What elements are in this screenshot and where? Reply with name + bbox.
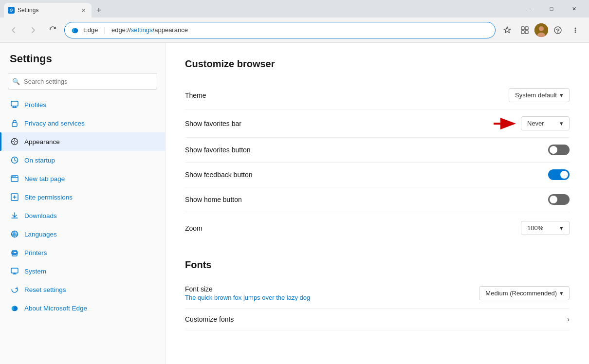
page-title: Customize browser: [185, 58, 570, 70]
sidebar-item-languages[interactable]: Languages: [0, 225, 165, 243]
collections-icon[interactable]: [517, 22, 533, 38]
svg-rect-16: [11, 176, 18, 182]
font-size-label: Font size: [185, 285, 479, 293]
appearance-icon: [10, 137, 19, 146]
red-arrow-indicator: [493, 117, 517, 130]
zoom-dropdown[interactable]: 100% ▾: [521, 221, 570, 235]
sidebar-item-profiles[interactable]: Profiles: [0, 95, 165, 114]
sidebar-item-appearance[interactable]: Appearance: [0, 132, 165, 151]
main-layout: Settings 🔍 Profiles Privacy and service: [0, 43, 589, 364]
theme-dropdown[interactable]: System default ▾: [509, 88, 570, 102]
profiles-icon: [10, 100, 19, 109]
close-button[interactable]: ✕: [563, 0, 585, 18]
svg-rect-1: [521, 27, 524, 30]
sidebar-item-label: System: [24, 268, 46, 275]
tab-close-button[interactable]: ✕: [79, 6, 88, 15]
svg-rect-3: [521, 31, 524, 34]
refresh-button[interactable]: [45, 22, 60, 38]
svg-point-6: [539, 26, 544, 31]
maximize-button[interactable]: □: [540, 0, 563, 18]
sidebar-item-reset[interactable]: Reset settings: [0, 280, 165, 299]
sidebar-item-label: New tab page: [24, 175, 65, 182]
favorites-bar-value: Never: [527, 120, 544, 127]
svg-point-11: [575, 31, 576, 33]
home-button-label: Show home button: [185, 196, 548, 203]
settings-tab[interactable]: ⚙ Settings ✕: [4, 3, 92, 18]
sidebar-item-printers[interactable]: Printers: [0, 243, 165, 262]
sidebar-item-label: Reset settings: [24, 286, 66, 293]
system-icon: [10, 266, 19, 276]
sidebar-item-about[interactable]: About Microsoft Edge: [0, 299, 165, 317]
content-area: Customize browser Theme System default ▾…: [166, 43, 589, 364]
privacy-icon: [10, 118, 19, 128]
theme-value: System default: [515, 91, 557, 99]
minimize-button[interactable]: ─: [518, 0, 540, 18]
chevron-down-icon: ▾: [560, 290, 563, 297]
chevron-down-icon: ▾: [560, 91, 563, 99]
search-input[interactable]: [8, 73, 157, 90]
address-bar-input[interactable]: Edge | edge://settings/appearance: [64, 22, 496, 38]
new-tab-button[interactable]: +: [92, 3, 106, 18]
sidebar-item-label: About Microsoft Edge: [24, 305, 87, 312]
favorites-button-label: Show favorites button: [185, 146, 548, 154]
tab-area: ⚙ Settings ✕ +: [4, 0, 516, 18]
chevron-right-icon: ›: [567, 315, 570, 323]
feedback-button-toggle[interactable]: [548, 169, 570, 180]
sidebar-item-downloads[interactable]: Downloads: [0, 206, 165, 225]
font-size-dropdown[interactable]: Medium (Recommended) ▾: [479, 286, 570, 300]
toggle-thumb: [550, 196, 557, 203]
favorites-button-row: Show favorites button: [185, 138, 570, 163]
sidebar-item-system[interactable]: System: [0, 262, 165, 280]
sidebar-item-label: Privacy and services: [24, 120, 85, 127]
menu-icon[interactable]: [568, 22, 583, 38]
feedback-icon[interactable]: [550, 22, 566, 38]
reset-icon: [10, 285, 19, 294]
back-button[interactable]: [6, 22, 21, 38]
window-controls: ─ □ ✕: [518, 0, 585, 18]
favorites-button-toggle[interactable]: [548, 145, 570, 155]
settings-tab-icon: ⚙: [8, 7, 15, 14]
settings-tab-label: Settings: [18, 7, 38, 14]
sidebar-item-label: Profiles: [24, 101, 46, 109]
titlebar: ⚙ Settings ✕ + ─ □ ✕: [0, 0, 589, 18]
home-button-toggle[interactable]: [548, 194, 570, 205]
onstartup-icon: [10, 155, 19, 165]
fonts-section-title: Fonts: [185, 255, 570, 271]
sidebar: Settings 🔍 Profiles Privacy and service: [0, 43, 166, 364]
favorites-bar-dropdown[interactable]: Never ▾: [521, 116, 570, 130]
sidebar-item-onstartup[interactable]: On startup: [0, 151, 165, 169]
svg-rect-13: [12, 123, 17, 127]
sidebar-item-newtab[interactable]: New tab page: [0, 169, 165, 188]
siteperm-icon: [10, 192, 19, 202]
customize-fonts-row[interactable]: Customize fonts ›: [185, 309, 570, 330]
favorites-bar-label: Show favorites bar: [185, 120, 493, 127]
sidebar-item-label: Site permissions: [24, 194, 73, 201]
address-separator: |: [104, 26, 106, 34]
svg-rect-12: [11, 101, 18, 106]
font-size-value: Medium (Recommended): [485, 290, 557, 297]
sidebar-item-siteperm[interactable]: Site permissions: [0, 188, 165, 206]
profile-avatar[interactable]: [534, 23, 548, 37]
font-size-label-wrapper: Font size The quick brown fox jumps over…: [185, 285, 479, 301]
about-icon: [10, 303, 19, 313]
zoom-value: 100%: [527, 224, 543, 232]
address-url: edge://settings/appearance: [111, 26, 489, 34]
svg-rect-2: [525, 27, 528, 30]
sidebar-item-label: Languages: [24, 231, 57, 238]
favorites-icon[interactable]: [499, 22, 515, 38]
downloads-icon: [10, 211, 19, 220]
svg-rect-21: [11, 268, 18, 273]
toggle-thumb: [560, 171, 568, 179]
home-button-row: Show home button: [185, 187, 570, 212]
fonts-section: Fonts Font size The quick brown fox jump…: [185, 255, 570, 330]
zoom-row: Zoom 100% ▾: [185, 212, 570, 244]
sidebar-item-label: Printers: [24, 249, 47, 256]
toggle-thumb: [550, 146, 557, 154]
customize-fonts-label: Customize fonts: [185, 315, 567, 323]
sidebar-item-privacy[interactable]: Privacy and services: [0, 114, 165, 132]
search-icon: 🔍: [12, 78, 20, 85]
forward-button[interactable]: [25, 22, 41, 38]
favorites-bar-setting-row: Show favorites bar Never ▾: [185, 109, 570, 138]
feedback-button-label: Show feedback button: [185, 171, 548, 179]
font-size-row: Font size The quick brown fox jumps over…: [185, 278, 570, 309]
